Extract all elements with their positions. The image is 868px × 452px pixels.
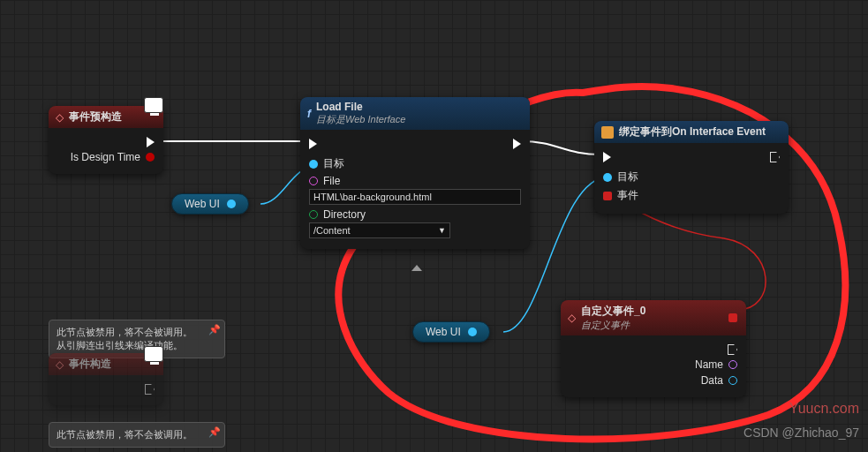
node-load-file[interactable]: f Load File 目标是Web Interface 目标 File HTM… [300,97,530,249]
node-title: 自定义事件_0 [581,304,645,319]
watermark-site: Yuucn.com [789,401,859,417]
event-icon: ◇ [568,312,576,324]
node-title: Load File [316,101,405,113]
directory-dropdown[interactable]: /Content ▼ [309,222,450,238]
event-icon: ◇ [56,358,64,371]
pin-icon: 📌 [208,324,221,335]
input-pin-target[interactable]: 目标 [309,156,521,171]
output-pin[interactable] [468,328,477,336]
node-header: ◇ 自定义事件_0 自定义事件 [561,300,746,335]
exec-out-pin[interactable] [513,139,521,149]
node-bind-event[interactable]: 绑定事件到On Interface Event 目标 事件 [594,121,789,214]
node-header: 绑定事件到On Interface Event [594,121,789,143]
node-custom-event[interactable]: ◇ 自定义事件_0 自定义事件 Name Data [561,300,746,397]
variable-label: Web UI [426,326,461,338]
variable-pill-webui-1[interactable]: Web UI [171,193,249,215]
output-pin-isdesigntime[interactable]: Is Design Time [57,151,155,163]
input-pin-target[interactable]: 目标 [603,170,780,185]
output-pin[interactable] [227,200,236,208]
function-icon: f [307,108,311,120]
node-title: 事件构造 [69,357,111,372]
component-icon [144,97,163,113]
exec-out-pin[interactable] [570,344,737,355]
event-icon: ◇ [56,111,64,124]
expand-arrow-icon[interactable] [411,265,422,271]
node-header: f Load File 目标是Web Interface [300,97,530,130]
exec-out-pin[interactable] [57,384,155,395]
variable-label: Web UI [185,198,220,210]
output-pin-name[interactable]: Name [570,358,737,371]
component-icon [144,346,163,362]
output-pin-data[interactable]: Data [570,374,737,387]
input-pin-event[interactable]: 事件 [603,188,780,203]
chevron-down-icon: ▼ [438,226,446,235]
exec-in-pin[interactable] [603,152,611,162]
pin-icon: 📌 [208,426,221,438]
node-title: 事件预构造 [69,109,122,124]
delegate-pin[interactable] [728,313,737,322]
exec-out-pin[interactable] [770,152,780,162]
exec-out-pin[interactable] [57,137,155,147]
node-title: 绑定事件到On Interface Event [619,124,766,139]
node-event-preconstruct[interactable]: ◇ 事件预构造 Is Design Time [49,106,163,174]
watermark-author: CSDN @Zhichao_97 [743,426,859,440]
node-subtitle: 自定义事件 [581,319,645,332]
file-input-field[interactable]: HTML\bar-background.html [309,189,521,205]
input-pin-directory[interactable]: Directory /Content ▼ [309,208,521,238]
disabled-node-tooltip: 此节点被禁用，将不会被调用。 📌 [49,422,225,448]
exec-in-pin[interactable] [309,139,317,149]
node-subtitle: 目标是Web Interface [316,113,405,126]
bind-icon [601,126,614,139]
input-pin-file[interactable]: File HTML\bar-background.html [309,175,521,205]
variable-pill-webui-2[interactable]: Web UI [412,321,490,343]
